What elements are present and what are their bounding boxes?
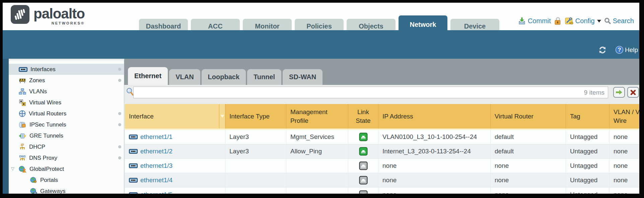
interfaces-icon [19,67,27,72]
interface-link[interactable]: ethernet1/5 [140,191,172,194]
sidebar-item-interfaces[interactable]: Interfaces [9,64,124,75]
cell-tag: Untagged [566,130,610,144]
sidebar-item-zones[interactable]: Zones [9,75,124,86]
commit-button[interactable]: Commit [518,17,551,25]
sidebar-item-dhcp[interactable]: IP DHCP [9,141,124,152]
cell-vlan: none [610,144,639,158]
sidebar-item-gateways[interactable]: Gateways [9,186,124,194]
help-icon: ? [615,46,624,54]
sidebar-item-label: Interfaces [30,66,56,73]
filter-toolbar: 9 items [124,87,639,101]
ethernet-port-icon [129,178,138,183]
logo-text: paloalto [33,6,85,21]
clear-filter-button[interactable] [627,87,639,98]
sort-arrow[interactable] [219,104,225,129]
sidebar-item-dns-proxy[interactable]: DNS DNS Proxy [9,152,124,163]
subtab-sdwan[interactable]: SD-WAN [283,69,323,85]
help-button[interactable]: ? Help [615,46,638,54]
item-dot [118,68,121,71]
apply-filter-button[interactable] [613,87,625,98]
column-header-link-state[interactable]: Link State [348,104,378,129]
item-dot [118,145,121,148]
sidebar-item-ipsec-tunnels[interactable]: IPSec Tunnels [9,119,124,130]
sidebar-item-gre-tunnels[interactable]: GRE Tunnels [9,130,124,141]
link-state-down-icon[interactable] [359,190,368,194]
logo-subtext: NETWORKS® [33,21,85,25]
cell-tag: Untagged [566,188,610,194]
paloalto-logo-icon [11,5,29,24]
sidebar-item-portals[interactable]: Portals [9,175,124,186]
interface-link[interactable]: ethernet1/4 [140,177,172,184]
gateways-icon [30,188,37,194]
table-header-row: Interface Interface Type Management Prof… [125,104,639,129]
column-header-interface-type[interactable]: Interface Type [225,104,286,129]
cell-management-profile: Mgmt_Services [286,130,348,144]
cell-virtual-router: none [491,159,566,173]
link-state-up-icon[interactable] [359,133,368,141]
cell-vlan: none [610,130,639,144]
subtab-tunnel[interactable]: Tunnel [247,69,281,85]
subtab-loopback[interactable]: Loopback [202,69,246,85]
column-header-tag[interactable]: Tag [566,104,610,129]
item-dot [118,156,121,159]
item-dot [118,79,121,82]
column-header-virtual-router[interactable]: Virtual Router [491,104,566,129]
ethernet-port-icon [129,149,138,154]
expand-caret-icon[interactable]: ▽ [11,166,14,171]
column-header-vlan-virtual-wire[interactable]: VLAN / V Wire [610,104,639,129]
tab-network[interactable]: Network [399,15,447,34]
config-menu[interactable]: Config [565,17,601,25]
sidebar-item-vlans[interactable]: VLANs [9,86,124,97]
cell-ip-address: Internet_L3_203-0-113-254--24 [378,144,491,158]
table-row: ethernet1/4 none none Untagged none [125,173,639,188]
commit-icon [518,17,526,25]
lock-icon[interactable] [554,17,562,25]
filter-input[interactable]: 9 items [133,87,608,98]
column-header-ip-address[interactable]: IP Address [378,104,491,129]
subtab-vlan[interactable]: VLAN [169,69,200,85]
search-icon [604,17,611,24]
cell-management-profile [286,188,348,194]
cell-virtual-router: none [491,188,566,194]
caret-down-icon [597,20,601,22]
subtab-bar: Ethernet VLAN Loopback Tunnel SD-WAN [124,59,639,85]
subtab-ethernet[interactable]: Ethernet [128,67,168,85]
sidebar-item-label: IPSec Tunnels [29,121,66,128]
interface-link[interactable]: ethernet1/1 [140,133,172,141]
column-header-management-profile[interactable]: Management Profile [286,104,348,129]
column-header-interface[interactable]: Interface [125,104,219,129]
interfaces-table: Interface Interface Type Management Prof… [125,104,639,194]
cell-interface-type: Layer3 [225,130,286,144]
secondary-bar: ? Help [3,30,639,59]
header-utilities: Commit Config Search [518,17,634,25]
cell-ip-address: VLAN0100_L3_10-1-100-254--24 [378,130,491,144]
sidebar-item-virtual-routers[interactable]: Virtual Routers [9,108,124,119]
interface-link[interactable]: ethernet1/3 [140,162,172,169]
search-button[interactable]: Search [604,17,634,25]
globalprotect-icon [19,166,26,172]
column-header-vlan-line1: VLAN / V [614,108,639,116]
sidebar-item-virtual-wires[interactable]: Virtual Wires [9,97,124,108]
column-header-vlan-line2: Wire [614,116,639,125]
item-dot [118,112,121,115]
table-row: ethernet1/3 none none Untagged none [125,159,639,173]
cell-vlan: none [610,188,639,194]
sidebar-item-globalprotect[interactable]: ▽ GlobalProtect [9,163,124,175]
link-state-down-icon[interactable] [359,176,368,185]
cell-virtual-router: default [491,144,566,158]
cell-tag: Untagged [566,144,610,158]
refresh-icon[interactable] [598,46,607,54]
svg-text:DNS: DNS [19,155,25,158]
gre-tunnels-icon [19,133,26,139]
cell-ip-address: none [378,159,491,173]
paloalto-logo: paloalto NETWORKS® [11,5,85,25]
table-row: ethernet1/2 Layer3 Allow_Ping Internet_L… [125,144,639,159]
interface-link[interactable]: ethernet1/2 [140,148,172,155]
link-state-up-icon[interactable] [359,147,368,156]
sidebar-item-label: Zones [29,77,45,84]
sidebar-item-label: VLANs [29,88,47,95]
cell-virtual-router: default [491,130,566,144]
cell-tag: Untagged [566,173,610,187]
link-state-down-icon[interactable] [359,161,368,170]
sidebar-item-label: GRE Tunnels [29,133,63,139]
